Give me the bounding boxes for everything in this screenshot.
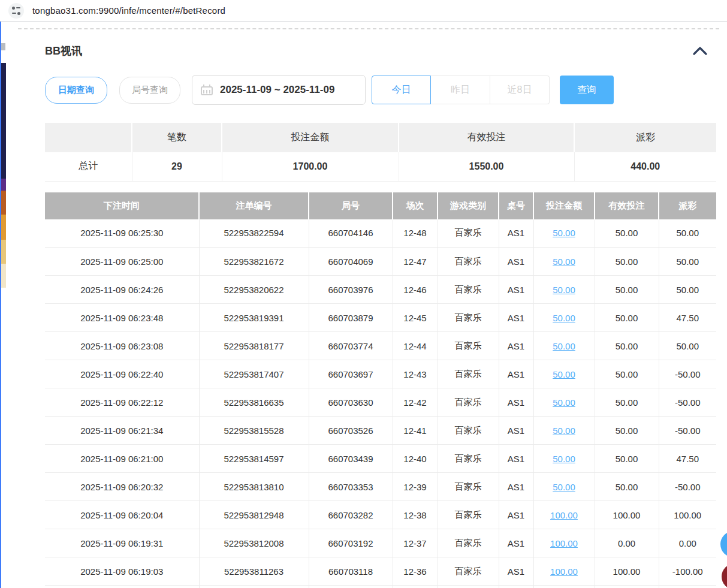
bet-amount-link[interactable]: 100.00	[550, 566, 578, 577]
cell-valid-bet: 50.00	[595, 332, 659, 360]
bet-amount-link[interactable]: 100.00	[550, 538, 578, 548]
col-table-no: 桌号	[499, 192, 533, 219]
cell-game: 百家乐	[438, 501, 499, 529]
cell-session: 12-37	[393, 529, 438, 557]
cell-time: 2025-11-09 06:25:30	[45, 219, 199, 248]
cell-table-no: AS1	[499, 417, 533, 445]
record-row: 2025-11-09 06:22:40522953817407660703697…	[45, 360, 716, 388]
cell-game: 百家乐	[438, 388, 499, 417]
cell-round: 660703118	[309, 557, 393, 586]
summary-col-blank	[45, 123, 132, 152]
cell-table-no: AS1	[499, 501, 533, 529]
search-button[interactable]: 查询	[560, 76, 614, 104]
bet-amount-link[interactable]: 50.00	[553, 285, 575, 295]
cell-session: 12-47	[393, 248, 438, 276]
calendar-icon	[201, 85, 213, 95]
record-row: 2025-11-09 06:20:04522953812948660703282…	[45, 501, 716, 529]
cell-game: 百家乐	[438, 360, 499, 388]
cell-session: 12-38	[393, 501, 438, 529]
round-query-tab[interactable]: 局号查询	[119, 77, 180, 104]
cell-table-no: AS1	[499, 360, 533, 388]
cell-time: 2025-11-09 06:21:34	[45, 417, 199, 445]
bet-amount-link[interactable]: 50.00	[553, 341, 575, 351]
cell-bet-amount: 50.00	[533, 360, 595, 388]
cell-payout: 47.50	[659, 445, 716, 473]
bet-amount-link[interactable]: 50.00	[553, 369, 575, 379]
col-bet-id: 注单编号	[199, 192, 309, 219]
cell-bet-id: 522953816635	[199, 388, 309, 417]
cell-payout: 50.00	[659, 219, 716, 248]
cell-bet-amount: 100.00	[533, 501, 595, 529]
date-query-tab[interactable]: 日期查询	[45, 77, 107, 104]
cell-payout: -50.00	[659, 360, 716, 388]
cell-game: 百家乐	[438, 248, 499, 276]
summary-col-valid-bet: 有效投注	[399, 123, 574, 152]
col-session: 场次	[393, 192, 438, 219]
cell-round: 660703976	[309, 276, 393, 304]
bet-amount-link[interactable]: 100.00	[550, 510, 578, 520]
bet-amount-link[interactable]: 50.00	[553, 397, 575, 408]
record-row: 2025-11-09 06:22:12522953816635660703630…	[45, 388, 716, 417]
cell-table-no: AS1	[499, 473, 533, 501]
bet-amount-link[interactable]: 50.00	[553, 313, 575, 323]
cell-bet-amount: 50.00	[533, 388, 595, 417]
bet-amount-link[interactable]: 50.00	[553, 228, 575, 238]
cell-payout: -50.00	[659, 388, 716, 417]
cell-table-no: AS1	[499, 529, 533, 557]
col-valid-bet: 有效投注	[595, 192, 659, 219]
cell-time: 2025-11-09 06:22:40	[45, 360, 199, 388]
cell-bet-id: 522953819391	[199, 304, 309, 332]
cell-bet-amount: 50.00	[533, 219, 595, 248]
collapse-section-button[interactable]	[691, 44, 709, 58]
bet-records-table: 下注时间 注单编号 局号 场次 游戏类别 桌号 投注金额 有效投注 派彩 202…	[45, 192, 716, 588]
yesterday-button[interactable]: 昨日	[431, 76, 490, 104]
cell-time: 2025-11-09 06:21:00	[45, 445, 199, 473]
cell-session: 12-43	[393, 360, 438, 388]
cell-session: 12-40	[393, 445, 438, 473]
cell-bet-id: 522953813810	[199, 473, 309, 501]
cell-valid-bet: 50.00	[595, 388, 659, 417]
cell-payout: 100.00	[659, 501, 716, 529]
cell-valid-bet: 50.00	[595, 417, 659, 445]
url-text[interactable]: tongbao31.com:9900/infe/mcenter/#/betRec…	[32, 5, 225, 16]
cell-game: 百家乐	[438, 417, 499, 445]
cell-table-no: AS1	[499, 248, 533, 276]
record-row: 2025-11-09 06:21:00522953814597660703439…	[45, 445, 716, 473]
cell-time: 2025-11-09 06:24:26	[45, 276, 199, 304]
cell-bet-id: 522953822594	[199, 219, 309, 248]
bet-amount-link[interactable]: 50.00	[553, 454, 575, 464]
record-row: 2025-11-09 06:25:30522953822594660704146…	[45, 219, 716, 248]
cell-time: 2025-11-09 06:22:12	[45, 388, 199, 417]
summary-table: 笔数 投注金额 有效投注 派彩 总计 29 1700.00 1550.00 44…	[45, 123, 716, 182]
cell-bet-amount: 50.00	[533, 445, 595, 473]
bet-amount-link[interactable]: 50.00	[553, 426, 575, 436]
record-row: 2025-11-09 06:23:08522953818177660703774…	[45, 332, 716, 360]
cell-session: 12-45	[393, 304, 438, 332]
cell-payout: 50.00	[659, 332, 716, 360]
bet-amount-link[interactable]: 50.00	[553, 482, 575, 492]
site-settings-icon[interactable]	[8, 3, 24, 19]
cell-table-no: AS1	[499, 276, 533, 304]
cell-round: 660704146	[309, 219, 393, 248]
cell-session: 12-42	[393, 388, 438, 417]
cell-game: 百家乐	[438, 473, 499, 501]
last-8-days-button[interactable]: 近8日	[490, 76, 550, 104]
date-range-value: 2025-11-09 ~ 2025-11-09	[220, 84, 334, 96]
left-edge-highlight	[0, 22, 1, 588]
page-title: BB视讯	[45, 44, 82, 58]
summary-col-count: 笔数	[132, 123, 222, 152]
record-row-clipped	[45, 586, 716, 588]
date-range-picker[interactable]: 2025-11-09 ~ 2025-11-09	[192, 75, 366, 105]
cell-round: 660703353	[309, 473, 393, 501]
cell-round: 660703526	[309, 417, 393, 445]
today-button[interactable]: 今日	[372, 76, 431, 104]
bet-amount-link[interactable]: 50.00	[553, 257, 575, 267]
record-row: 2025-11-09 06:19:03522953811263660703118…	[45, 557, 716, 586]
cell-bet-amount: 50.00	[533, 332, 595, 360]
cell-valid-bet: 50.00	[595, 276, 659, 304]
summary-total-count: 29	[132, 152, 222, 181]
cell-table-no: AS1	[499, 388, 533, 417]
record-row: 2025-11-09 06:19:31522953812008660703192…	[45, 529, 716, 557]
cell-session: 12-41	[393, 417, 438, 445]
col-game-type: 游戏类别	[438, 192, 499, 219]
